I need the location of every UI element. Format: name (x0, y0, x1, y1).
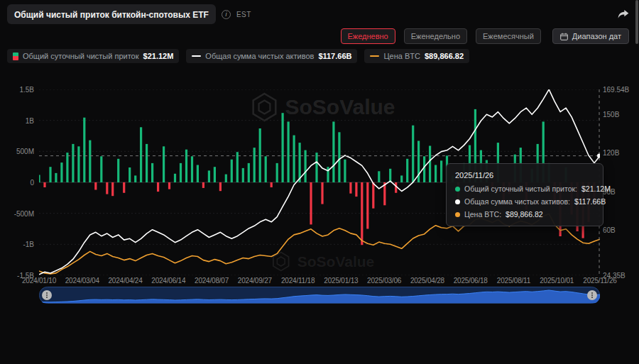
etf-dashboard-page: { "header": { "title": "Общий чистый при… (0, 0, 639, 364)
calendar-icon (560, 33, 568, 40)
legend-item-btc-price[interactable]: Цена BTC $89,866.82 (364, 49, 469, 63)
tooltip-date: 2025/11/26 (455, 171, 594, 180)
assets-series-dot (455, 199, 460, 204)
tooltip-label: Цена BTC: (464, 210, 501, 219)
tab-weekly[interactable]: Еженедельно (404, 28, 467, 44)
tooltip-value: $117.66B (574, 197, 606, 206)
tooltip-value: $21.12M (581, 184, 611, 193)
date-range-button[interactable]: Диапазон дат (552, 28, 629, 44)
chart-area: SoSoValue SoSoValue 1.5B1B500M0-500M-1B-… (0, 68, 639, 285)
x-axis-label: 2025/11/26 (583, 277, 616, 285)
tooltip-value: $89,866.82 (506, 210, 543, 219)
line-marker-icon (370, 55, 379, 57)
legend-value: $21.12M (143, 52, 174, 60)
tab-monthly[interactable]: Ежемесячный (476, 28, 541, 44)
left-axis-tick: 1.5B (19, 86, 34, 94)
left-axis-tick: 500M (16, 148, 34, 155)
legend-label: Общая сумма чистых активов (205, 52, 314, 60)
x-axis-label: 2024/11/18 (281, 277, 315, 285)
left-axis-tick: 0 (30, 179, 34, 187)
navigator-left-handle[interactable] (42, 290, 52, 300)
tab-daily[interactable]: Ежедневно (341, 28, 395, 44)
right-axis-tick: 120B (603, 149, 619, 157)
x-axis-label: 2024/08/07 (195, 277, 229, 285)
chart-tooltip: 2025/11/26 Общий суточный чистый приток:… (446, 163, 604, 226)
header: Общий чистый приток биткойн-спотовых ETF… (0, 0, 639, 26)
right-axis: 169.54B150B120B90B60B24.35B (603, 89, 637, 275)
x-axis-label: 2024/04/24 (109, 277, 143, 285)
x-axis-label: 2024/06/14 (151, 277, 185, 285)
right-axis-tick: 169.54B (603, 86, 629, 94)
right-axis-tick: 150B (603, 111, 619, 118)
range-navigator[interactable] (39, 287, 600, 304)
legend-value: $89,866.82 (425, 52, 464, 60)
x-axis-label: 2024/09/27 (238, 277, 272, 285)
inflow-series-dot (455, 187, 460, 192)
line-marker-icon (192, 55, 201, 57)
legend-label: Цена BTC (383, 52, 420, 60)
x-axis-label: 2025/08/11 (497, 277, 530, 285)
legend-value: $117.66B (318, 52, 351, 60)
timezone-label: EST (236, 11, 251, 18)
share-icon[interactable] (618, 9, 629, 19)
x-axis-label: 2024/01/10 (22, 277, 56, 285)
left-axis-tick: -1B (23, 241, 34, 248)
left-axis-tick: -500M (14, 210, 34, 218)
interval-toolbar: Ежедневно Еженедельно Ежемесячный Диапаз… (0, 26, 639, 47)
x-axis-label: 2025/10/01 (540, 277, 574, 285)
page-scrollbar[interactable] (635, 0, 638, 364)
x-axis-label: 2024/03/04 (65, 277, 99, 285)
x-axis-label: 2025/01/13 (324, 277, 358, 285)
date-range-label: Диапазон дат (572, 32, 621, 40)
scrollbar-thumb[interactable] (635, 0, 638, 44)
left-axis: 1.5B1B500M0-500M-1B-1.5B (0, 89, 34, 275)
tooltip-label: Общий суточный чистый приток: (464, 184, 577, 193)
price-series-dot (455, 212, 460, 217)
left-axis-tick: 1B (26, 117, 34, 125)
chart-title-badge: Общий чистый приток биткойн-спотовых ETF (7, 4, 216, 24)
chart-legend: Общий суточный чистый приток $21.12M Общ… (0, 47, 639, 65)
x-axis-label: 2025/03/06 (367, 277, 401, 285)
x-axis-label: 2025/06/18 (454, 277, 488, 285)
legend-item-assets[interactable]: Общая сумма чистых активов $117.66B (186, 49, 357, 63)
tooltip-row-btc-price: Цена BTC: $89,866.82 (455, 210, 594, 219)
x-axis-label: 2025/04/28 (410, 277, 444, 285)
tooltip-row-assets: Общая сумма чистых активов: $117.66B (455, 197, 594, 206)
tooltip-row-inflow: Общий суточный чистый приток: $21.12M (455, 184, 594, 193)
navigator-right-handle[interactable] (587, 290, 597, 300)
x-axis: 2024/01/102024/03/042024/04/242024/06/14… (39, 277, 600, 287)
right-axis-tick: 60B (603, 226, 616, 234)
info-icon[interactable]: i (222, 10, 231, 19)
bar-marker-icon (13, 53, 18, 60)
legend-label: Общий суточный чистый приток (23, 52, 139, 60)
page-title: Общий чистый приток биткойн-спотовых ETF (14, 10, 209, 20)
legend-item-inflow[interactable]: Общий суточный чистый приток $21.12M (7, 49, 179, 63)
tooltip-label: Общая сумма чистых активов: (464, 197, 570, 206)
